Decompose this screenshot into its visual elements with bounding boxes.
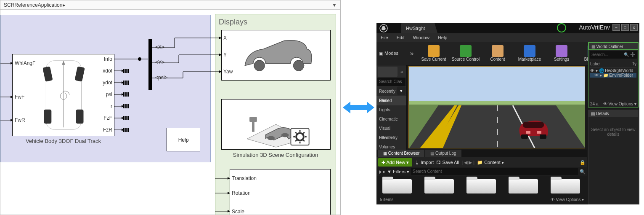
info-bus-line — [114, 10, 152, 90]
folder-item[interactable] — [466, 179, 496, 194]
modes-panel: » Search Clas Recently Placed Basic Ligh… — [376, 65, 407, 150]
add-new-button[interactable]: ✚ Add New ▾ — [378, 158, 412, 167]
modes-more-icon[interactable]: » — [398, 67, 405, 77]
demux-to-scope-lines — [152, 10, 223, 94]
svg-marker-60 — [228, 192, 230, 194]
svg-rect-46 — [249, 117, 257, 122]
menu-help[interactable]: Help — [438, 33, 448, 42]
content-view-options[interactable]: 👁 View Options ▾ — [551, 197, 584, 202]
content-browser-toolbar: ✚ Add New ▾ ⭳ Import 🖫 Save All | ◀ ▶ | … — [376, 157, 587, 167]
filters-button[interactable]: ▼ Filters ▾ — [387, 169, 409, 175]
mode-cinematic[interactable]: Cinematic — [376, 115, 406, 124]
mode-lights[interactable]: Lights — [376, 105, 406, 115]
maximize-button[interactable]: □ — [621, 24, 629, 31]
svg-marker-25 — [122, 129, 124, 131]
port-out-xdot: xdot — [97, 68, 112, 74]
svg-marker-23 — [122, 117, 124, 119]
scope-port-yaw: Yaw — [223, 69, 233, 75]
content-path-button[interactable]: 📁 Content ▸ — [477, 160, 504, 165]
svg-rect-1 — [42, 66, 53, 82]
outliner-search-input[interactable]: Search...🔍 ➕ — [590, 51, 637, 59]
mode-geometry[interactable]: Geometry — [376, 133, 406, 142]
modes-search-input[interactable]: Search Clas — [377, 78, 405, 86]
svg-line-55 — [303, 132, 305, 134]
tab-content-browser[interactable]: ▦ Content Browser — [378, 150, 424, 157]
ue-level-tab[interactable]: HwStrght — [401, 23, 437, 33]
import-button[interactable]: ⭳ Import — [415, 160, 434, 165]
simulink-canvas[interactable]: Vehicle Body 3DOF Dual Track WhlAngF FwF… — [0, 10, 340, 215]
ue-titlebar[interactable]: HwStrght AutoVrtlEnv – □ x — [376, 23, 639, 33]
unreal-logo-icon — [379, 24, 388, 33]
place-mode-icon[interactable] — [378, 67, 398, 77]
svg-marker-11 — [11, 96, 13, 98]
outliner-tree[interactable]: Label Ty 👁 ▾ 🌐 HwStrghtWorld 👁 ▸ 📁 Envir… — [588, 60, 638, 78]
port-out-fzf: FzF — [97, 115, 112, 121]
minimize-button[interactable]: – — [612, 24, 620, 31]
content-browser-footer: 5 items 👁 View Options ▾ — [376, 195, 587, 204]
viewport-scene-icon — [409, 67, 585, 148]
scope-block[interactable] — [221, 30, 331, 81]
level-viewport[interactable] — [408, 66, 585, 148]
scene-config-caption: Simulation 3D Scene Configuration — [215, 152, 336, 158]
svg-rect-2 — [74, 66, 85, 82]
breadcrumb-model[interactable]: SCRReferenceApplication — [4, 0, 62, 10]
save-all-button[interactable]: 🖫 Save All — [436, 160, 459, 165]
toolbar-scroll-left[interactable]: » — [406, 50, 418, 57]
tab-output-log[interactable]: ▤ Output Log — [425, 150, 461, 157]
modes-panel-header[interactable]: ▣ Modes — [376, 49, 406, 58]
car-side-icon — [222, 30, 330, 80]
close-button[interactable]: x — [630, 24, 638, 31]
dropdown-icon[interactable]: ▼ — [332, 0, 337, 10]
scope-port-y: Y — [223, 52, 227, 58]
menu-edit[interactable]: Edit — [397, 33, 405, 42]
svg-line-54 — [303, 140, 305, 141]
toolbar-settings[interactable]: Settings — [546, 43, 578, 64]
content-filter-row: ⏵▮ ▼ Filters ▾ Search Content 🔍 — [376, 167, 587, 176]
window-controls: – □ x — [612, 24, 638, 31]
help-block-label: Help — [178, 137, 189, 143]
outliner-item-enviro[interactable]: 👁 ▸ 📁 EnviroFolder — [590, 73, 636, 78]
toolbar-marketplace[interactable]: Marketplace — [514, 43, 546, 64]
outliner-columns: Label Ty — [590, 61, 636, 67]
details-empty-hint: Select an object to view details — [588, 117, 638, 147]
outliner-footer: 24 a 👁 View Options ▾ — [590, 102, 636, 106]
svg-point-43 — [267, 136, 275, 140]
mode-visual-effects[interactable]: Visual Effects — [376, 124, 406, 133]
scene-config-block[interactable] — [221, 99, 331, 150]
viewport-dropdown-icon[interactable]: ▾ — [397, 86, 405, 95]
folder-item[interactable] — [424, 179, 454, 194]
svg-rect-4 — [76, 110, 84, 124]
folder-item[interactable] — [551, 179, 580, 194]
svg-rect-77 — [526, 131, 530, 134]
port-out-ydot: ydot — [97, 80, 112, 86]
menu-window[interactable]: Window — [413, 33, 429, 42]
toolbar-content[interactable]: Content — [482, 43, 514, 64]
demux-bar[interactable] — [148, 39, 152, 90]
sources-toggle-icon[interactable]: ⏵▮ — [378, 169, 385, 174]
svg-rect-3 — [44, 110, 51, 124]
world-outliner-header[interactable]: ▤ World Outliner — [588, 43, 638, 50]
svg-marker-58 — [228, 177, 230, 180]
svg-rect-65 — [409, 67, 585, 105]
chevron-right-icon: ▶ — [63, 2, 66, 8]
menu-file[interactable]: File — [381, 33, 388, 42]
folder-item[interactable] — [509, 179, 538, 194]
search-icon: 🔍 — [580, 169, 586, 175]
svg-marker-13 — [11, 119, 13, 121]
toolbar-source-control[interactable]: Source Control — [450, 43, 482, 64]
lock-icon[interactable]: 🔒 — [580, 160, 586, 165]
simulink-window: SCRReferenceApplication ▶ ▼ Vehicle Body… — [0, 0, 341, 215]
breadcrumb[interactable]: SCRReferenceApplication ▶ ▼ — [0, 0, 340, 10]
svg-rect-76 — [540, 134, 546, 139]
svg-line-56 — [295, 140, 297, 141]
source-control-status-icon[interactable] — [557, 23, 566, 32]
details-header[interactable]: ▤ Details — [588, 110, 638, 117]
folder-item[interactable] — [382, 179, 412, 194]
help-block[interactable]: Help — [167, 128, 200, 151]
content-grid[interactable] — [376, 177, 587, 195]
toolbar-save-current[interactable]: Save Current — [418, 43, 450, 64]
outliner-item-world[interactable]: 👁 ▾ 🌐 HwStrghtWorld — [590, 68, 636, 73]
svg-point-44 — [281, 133, 289, 137]
content-search-input[interactable]: Search Content — [411, 168, 578, 175]
outliner-view-options[interactable]: 👁 View Options ▾ — [603, 102, 636, 106]
